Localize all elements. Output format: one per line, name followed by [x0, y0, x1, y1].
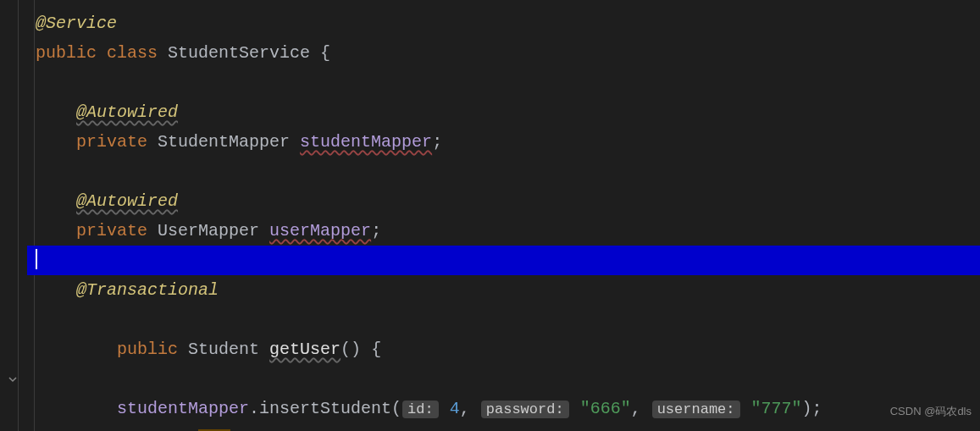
watermark: CSDN @码农dls — [890, 396, 972, 426]
code-line[interactable] — [27, 364, 980, 394]
comma: , — [460, 399, 470, 418]
dot: . — [249, 399, 259, 418]
method-name: getUser — [269, 340, 341, 359]
code-line[interactable]: public class StudentService { — [27, 38, 980, 68]
semicolon: ; — [432, 132, 442, 152]
param-hint: password: — [481, 401, 569, 418]
code-line[interactable]: int i = 1/0; — [27, 424, 980, 431]
param-hint: id: — [402, 401, 439, 418]
param-hint: username: — [652, 401, 740, 418]
code-line[interactable]: @Autowired — [27, 97, 980, 127]
string-literal: "666" — [580, 399, 631, 418]
collapse-icon[interactable] — [7, 314, 19, 326]
type-name: StudentMapper — [158, 132, 290, 152]
code-line[interactable]: studentMapper.insertStudent(id: 4, passw… — [27, 394, 980, 424]
code-line[interactable]: @Autowired — [27, 186, 980, 216]
text-cursor — [36, 249, 37, 269]
code-line-active[interactable] — [27, 246, 980, 275]
paren-close: ); — [802, 399, 822, 418]
keyword: private — [76, 221, 147, 240]
type-name: UserMapper — [158, 221, 259, 240]
keyword: class — [107, 43, 158, 63]
code-line[interactable]: private StudentMapper studentMapper; — [27, 127, 980, 157]
keyword: private — [76, 132, 147, 152]
return-type: Student — [188, 340, 259, 359]
field-ref: studentMapper — [117, 399, 249, 418]
code-line[interactable]: @Service — [27, 8, 980, 38]
number-literal: 4 — [450, 399, 460, 418]
brace: { — [310, 43, 330, 63]
parens: () — [341, 340, 361, 359]
code-line[interactable]: private UserMapper userMapper; — [27, 216, 980, 246]
code-line[interactable]: public Student getUser() { — [27, 305, 980, 364]
code-editor[interactable]: @Service public class StudentService { @… — [0, 0, 980, 431]
semicolon: ; — [371, 221, 381, 240]
annotation: @Service — [36, 14, 117, 33]
annotation: @Autowired — [76, 102, 178, 122]
field-name: studentMapper — [300, 132, 432, 152]
method-call: insertStudent — [259, 399, 391, 418]
comma: , — [631, 399, 641, 418]
code-line[interactable] — [27, 68, 980, 97]
keyword: public — [117, 340, 178, 359]
string-literal: "777" — [751, 399, 802, 418]
field-name: userMapper — [269, 221, 371, 240]
class-name: StudentService — [168, 43, 310, 63]
paren-open: ( — [391, 399, 401, 418]
annotation: @Autowired — [76, 191, 178, 211]
brace: { — [361, 340, 381, 359]
code-line[interactable]: @Transactional — [27, 275, 980, 305]
code-line[interactable] — [27, 157, 980, 186]
keyword: public — [36, 43, 97, 63]
annotation: @Transactional — [76, 280, 219, 300]
